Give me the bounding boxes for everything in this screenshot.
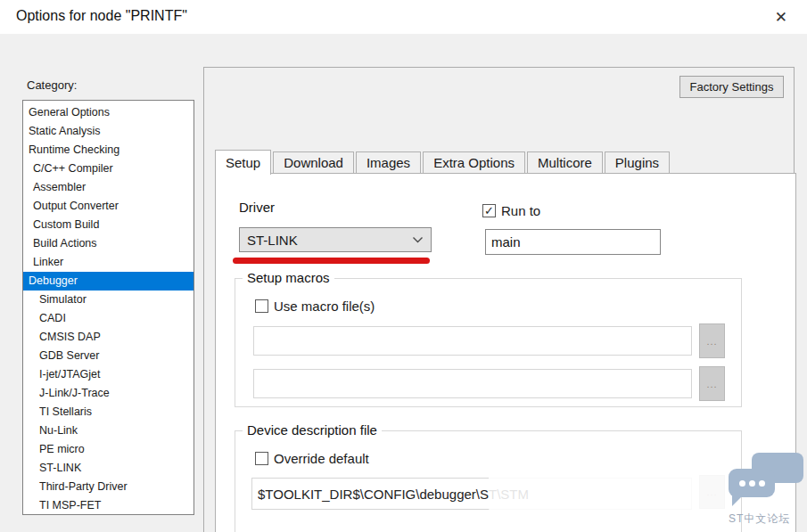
- options-panel: Factory Settings SetupDownloadImagesExtr…: [203, 67, 795, 532]
- override-default-checkbox[interactable]: [255, 452, 268, 465]
- category-item-ti-msp-fet[interactable]: TI MSP-FET: [23, 496, 194, 515]
- options-dialog: Options for node "PRINTF" ✕ Category: Ge…: [0, 0, 807, 532]
- chat-bubble-front-tail: [732, 495, 743, 506]
- category-list[interactable]: General OptionsStatic AnalysisRuntime Ch…: [22, 100, 194, 515]
- red-underline-annotation: [233, 258, 430, 264]
- category-item-build-actions[interactable]: Build Actions: [23, 234, 194, 253]
- chat-bubble-front-icon: [729, 469, 775, 497]
- category-item-cadi[interactable]: CADI: [23, 309, 194, 328]
- category-item-linker[interactable]: Linker: [23, 253, 194, 272]
- run-to-input[interactable]: [485, 229, 661, 255]
- macro-file-input-1[interactable]: [253, 326, 692, 356]
- forum-watermark: ST中文论坛: [727, 451, 807, 531]
- tab-images[interactable]: Images: [356, 151, 421, 174]
- driver-combobox-value: ST-LINK: [247, 233, 298, 248]
- macro-file-browse-button-1[interactable]: ...: [699, 323, 725, 358]
- macro-file-browse-button-2[interactable]: ...: [699, 366, 725, 401]
- driver-label: Driver: [239, 200, 275, 215]
- setup-macros-title: Setup macros: [243, 270, 334, 285]
- privacy-blur-patch: [489, 467, 728, 515]
- category-item-cmsis-dap[interactable]: CMSIS DAP: [23, 328, 194, 347]
- tab-bar: SetupDownloadImagesExtra OptionsMulticor…: [215, 149, 671, 174]
- tab-multicore[interactable]: Multicore: [527, 151, 603, 174]
- factory-settings-button[interactable]: Factory Settings: [679, 76, 784, 98]
- run-to-checkbox[interactable]: ✓: [482, 204, 496, 217]
- category-item-assembler[interactable]: Assembler: [23, 178, 194, 197]
- category-item-c-c-compiler[interactable]: C/C++ Compiler: [23, 160, 194, 178]
- dialog-titlebar: Options for node "PRINTF" ✕: [0, 0, 807, 34]
- category-item-custom-build[interactable]: Custom Build: [23, 216, 194, 234]
- tab-download[interactable]: Download: [273, 151, 354, 174]
- run-to-row: ✓ Run to: [482, 203, 540, 218]
- category-item-gdb-server[interactable]: GDB Server: [23, 347, 194, 365]
- category-item-ti-stellaris[interactable]: TI Stellaris: [23, 403, 194, 422]
- category-item-i-jet-jtagjet[interactable]: I-jet/JTAGjet: [23, 365, 194, 384]
- category-item-pe-micro[interactable]: PE micro: [23, 440, 194, 459]
- dialog-body: Category: General OptionsStatic Analysis…: [0, 34, 807, 532]
- category-item-static-analysis[interactable]: Static Analysis: [23, 122, 194, 141]
- macro-file-input-2[interactable]: [253, 369, 692, 398]
- use-macro-row: Use macro file(s): [255, 299, 375, 314]
- category-item-output-converter[interactable]: Output Converter: [23, 197, 194, 216]
- override-default-row: Override default: [255, 451, 369, 466]
- tab-setup[interactable]: Setup: [215, 150, 271, 175]
- run-to-label: Run to: [501, 203, 540, 218]
- category-label: Category:: [27, 78, 77, 92]
- tab-plugins[interactable]: Plugins: [605, 151, 670, 174]
- category-item-simulator[interactable]: Simulator: [23, 291, 194, 309]
- override-default-label: Override default: [274, 451, 369, 466]
- driver-combobox[interactable]: ST-LINK: [239, 227, 432, 252]
- close-icon[interactable]: ✕: [775, 8, 787, 27]
- chevron-down-icon: [412, 236, 424, 244]
- category-item-runtime-checking[interactable]: Runtime Checking: [23, 141, 194, 160]
- category-item-general-options[interactable]: General Options: [23, 103, 194, 122]
- category-item-st-link[interactable]: ST-LINK: [23, 459, 194, 478]
- category-item-third-party-driver[interactable]: Third-Party Driver: [23, 478, 194, 496]
- tab-extra-options[interactable]: Extra Options: [423, 151, 525, 174]
- use-macro-label: Use macro file(s): [274, 299, 375, 314]
- setup-macros-group: Setup macros Use macro file(s) ... ...: [235, 278, 742, 407]
- dialog-title: Options for node "PRINTF": [16, 8, 187, 24]
- device-description-title: Device description file: [243, 422, 382, 438]
- category-item-j-link-j-trace[interactable]: J-Link/J-Trace: [23, 384, 194, 403]
- category-item-debugger[interactable]: Debugger: [23, 272, 194, 291]
- category-item-nu-link[interactable]: Nu-Link: [23, 422, 194, 440]
- use-macro-checkbox[interactable]: [255, 299, 268, 313]
- watermark-text: ST中文论坛: [729, 512, 807, 527]
